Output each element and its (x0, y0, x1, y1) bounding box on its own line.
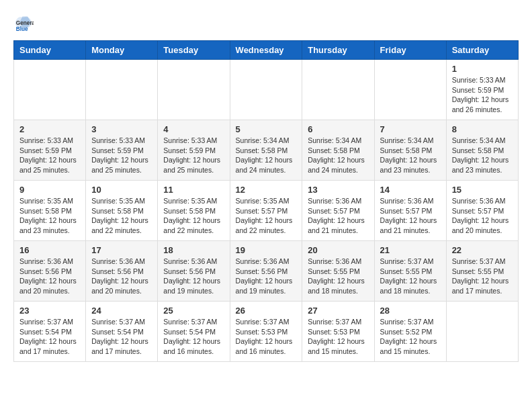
calendar-cell: 21Sunrise: 5:37 AM Sunset: 5:55 PM Dayli… (374, 241, 446, 302)
calendar-cell: 12Sunrise: 5:35 AM Sunset: 5:57 PM Dayli… (230, 181, 302, 241)
day-info: Sunrise: 5:36 AM Sunset: 5:55 PM Dayligh… (308, 257, 368, 296)
day-info: Sunrise: 5:36 AM Sunset: 5:57 PM Dayligh… (308, 196, 368, 236)
calendar-cell: 4Sunrise: 5:33 AM Sunset: 5:59 PM Daylig… (158, 120, 230, 181)
day-number: 4 (163, 124, 224, 134)
day-number: 24 (91, 306, 152, 316)
calendar-cell: 28Sunrise: 5:37 AM Sunset: 5:52 PM Dayli… (374, 302, 446, 362)
calendar-cell (374, 60, 446, 120)
day-number: 15 (452, 185, 513, 195)
col-monday: Monday (86, 41, 158, 60)
calendar-cell: 5Sunrise: 5:34 AM Sunset: 5:58 PM Daylig… (230, 120, 302, 181)
day-number: 27 (308, 306, 368, 316)
day-number: 9 (19, 185, 80, 195)
day-info: Sunrise: 5:37 AM Sunset: 5:53 PM Dayligh… (308, 317, 368, 357)
calendar-cell: 25Sunrise: 5:37 AM Sunset: 5:54 PM Dayli… (158, 302, 230, 362)
calendar-cell: 13Sunrise: 5:36 AM Sunset: 5:57 PM Dayli… (302, 181, 374, 241)
calendar-cell: 20Sunrise: 5:36 AM Sunset: 5:55 PM Dayli… (302, 241, 374, 302)
day-number: 20 (308, 245, 368, 255)
calendar-cell (86, 60, 158, 120)
col-wednesday: Wednesday (230, 41, 302, 60)
calendar-week-row: 2Sunrise: 5:33 AM Sunset: 5:59 PM Daylig… (14, 120, 519, 181)
day-number: 16 (19, 245, 80, 255)
col-thursday: Thursday (302, 41, 374, 60)
day-number: 18 (163, 245, 224, 255)
calendar-cell: 16Sunrise: 5:36 AM Sunset: 5:56 PM Dayli… (14, 241, 86, 302)
calendar-cell (446, 302, 518, 362)
calendar-cell: 23Sunrise: 5:37 AM Sunset: 5:54 PM Dayli… (14, 302, 86, 362)
calendar-table: Sunday Monday Tuesday Wednesday Thursday… (13, 40, 519, 362)
day-number: 12 (236, 185, 297, 195)
calendar-cell (230, 60, 302, 120)
day-info: Sunrise: 5:37 AM Sunset: 5:55 PM Dayligh… (452, 257, 513, 296)
calendar-cell: 2Sunrise: 5:33 AM Sunset: 5:59 PM Daylig… (14, 120, 86, 181)
svg-text:General: General (16, 20, 34, 26)
day-info: Sunrise: 5:35 AM Sunset: 5:58 PM Dayligh… (19, 196, 80, 236)
calendar-cell: 17Sunrise: 5:36 AM Sunset: 5:56 PM Dayli… (86, 241, 158, 302)
day-number: 22 (452, 245, 513, 255)
day-info: Sunrise: 5:33 AM Sunset: 5:59 PM Dayligh… (163, 136, 224, 175)
day-info: Sunrise: 5:35 AM Sunset: 5:58 PM Dayligh… (163, 196, 224, 236)
day-info: Sunrise: 5:34 AM Sunset: 5:58 PM Dayligh… (236, 136, 297, 175)
day-number: 14 (380, 185, 441, 195)
logo: General Blue (13, 13, 36, 34)
calendar-cell: 11Sunrise: 5:35 AM Sunset: 5:58 PM Dayli… (158, 181, 230, 241)
page-header: General Blue (13, 13, 519, 34)
calendar-cell: 27Sunrise: 5:37 AM Sunset: 5:53 PM Dayli… (302, 302, 374, 362)
day-info: Sunrise: 5:37 AM Sunset: 5:54 PM Dayligh… (91, 317, 152, 357)
day-number: 3 (91, 124, 152, 134)
calendar-cell: 7Sunrise: 5:34 AM Sunset: 5:58 PM Daylig… (374, 120, 446, 181)
day-info: Sunrise: 5:35 AM Sunset: 5:58 PM Dayligh… (91, 196, 152, 236)
calendar-cell: 24Sunrise: 5:37 AM Sunset: 5:54 PM Dayli… (86, 302, 158, 362)
col-saturday: Saturday (446, 41, 518, 60)
day-info: Sunrise: 5:35 AM Sunset: 5:57 PM Dayligh… (236, 196, 297, 236)
calendar-cell: 18Sunrise: 5:36 AM Sunset: 5:56 PM Dayli… (158, 241, 230, 302)
day-info: Sunrise: 5:36 AM Sunset: 5:56 PM Dayligh… (163, 257, 224, 296)
col-tuesday: Tuesday (158, 41, 230, 60)
day-info: Sunrise: 5:37 AM Sunset: 5:54 PM Dayligh… (19, 317, 80, 357)
calendar-cell: 1Sunrise: 5:33 AM Sunset: 5:59 PM Daylig… (446, 60, 518, 120)
day-number: 25 (163, 306, 224, 316)
calendar-cell (158, 60, 230, 120)
calendar-cell: 19Sunrise: 5:36 AM Sunset: 5:56 PM Dayli… (230, 241, 302, 302)
day-number: 11 (163, 185, 224, 195)
day-info: Sunrise: 5:36 AM Sunset: 5:56 PM Dayligh… (236, 257, 297, 296)
day-info: Sunrise: 5:34 AM Sunset: 5:58 PM Dayligh… (308, 136, 368, 175)
day-number: 23 (19, 306, 80, 316)
day-info: Sunrise: 5:34 AM Sunset: 5:58 PM Dayligh… (380, 136, 441, 175)
day-number: 6 (308, 124, 368, 134)
day-info: Sunrise: 5:37 AM Sunset: 5:55 PM Dayligh… (380, 257, 441, 296)
day-number: 21 (380, 245, 441, 255)
calendar-week-row: 16Sunrise: 5:36 AM Sunset: 5:56 PM Dayli… (14, 241, 519, 302)
calendar-week-row: 23Sunrise: 5:37 AM Sunset: 5:54 PM Dayli… (14, 302, 519, 362)
calendar-cell: 3Sunrise: 5:33 AM Sunset: 5:59 PM Daylig… (86, 120, 158, 181)
calendar-cell (302, 60, 374, 120)
day-number: 5 (236, 124, 297, 134)
day-number: 28 (380, 306, 441, 316)
day-number: 17 (91, 245, 152, 255)
day-number: 2 (19, 124, 80, 134)
day-info: Sunrise: 5:36 AM Sunset: 5:56 PM Dayligh… (91, 257, 152, 296)
calendar-cell: 15Sunrise: 5:36 AM Sunset: 5:57 PM Dayli… (446, 181, 518, 241)
calendar-week-row: 1Sunrise: 5:33 AM Sunset: 5:59 PM Daylig… (14, 60, 519, 120)
calendar-cell (14, 60, 86, 120)
calendar-cell: 9Sunrise: 5:35 AM Sunset: 5:58 PM Daylig… (14, 181, 86, 241)
day-number: 26 (236, 306, 297, 316)
calendar-header-row: Sunday Monday Tuesday Wednesday Thursday… (14, 41, 519, 60)
day-info: Sunrise: 5:36 AM Sunset: 5:56 PM Dayligh… (19, 257, 80, 296)
logo-icon: General Blue (13, 13, 34, 34)
day-number: 7 (380, 124, 441, 134)
day-info: Sunrise: 5:37 AM Sunset: 5:54 PM Dayligh… (163, 317, 224, 357)
day-info: Sunrise: 5:33 AM Sunset: 5:59 PM Dayligh… (19, 136, 80, 175)
day-info: Sunrise: 5:36 AM Sunset: 5:57 PM Dayligh… (452, 196, 513, 236)
day-info: Sunrise: 5:37 AM Sunset: 5:52 PM Dayligh… (380, 317, 441, 357)
day-info: Sunrise: 5:33 AM Sunset: 5:59 PM Dayligh… (452, 75, 513, 115)
day-info: Sunrise: 5:33 AM Sunset: 5:59 PM Dayligh… (91, 136, 152, 175)
day-number: 19 (236, 245, 297, 255)
calendar-cell: 14Sunrise: 5:36 AM Sunset: 5:57 PM Dayli… (374, 181, 446, 241)
col-sunday: Sunday (14, 41, 86, 60)
day-number: 8 (452, 124, 513, 134)
day-info: Sunrise: 5:34 AM Sunset: 5:58 PM Dayligh… (452, 136, 513, 175)
calendar-week-row: 9Sunrise: 5:35 AM Sunset: 5:58 PM Daylig… (14, 181, 519, 241)
day-info: Sunrise: 5:37 AM Sunset: 5:53 PM Dayligh… (236, 317, 297, 357)
svg-text:Blue: Blue (16, 26, 28, 32)
